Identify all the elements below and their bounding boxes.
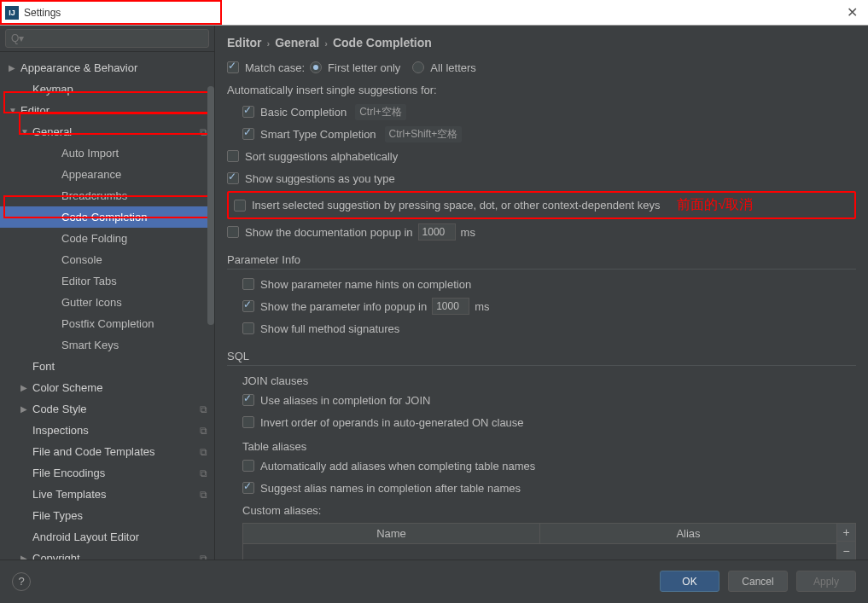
tree-item-general[interactable]: ▼General⧉ bbox=[0, 121, 214, 142]
add-row-button[interactable]: + bbox=[837, 523, 856, 542]
insert-keys-row: Insert selected suggestion by pressing s… bbox=[227, 191, 856, 219]
tree-item-appearance-behavior[interactable]: ▶Appearance & Behavior bbox=[0, 57, 214, 78]
tree-item-console[interactable]: Console bbox=[0, 249, 214, 270]
tree-item-file-encodings[interactable]: File Encodings⧉ bbox=[0, 462, 214, 484]
param-hints-checkbox[interactable] bbox=[242, 278, 254, 290]
smart-completion-checkbox[interactable] bbox=[242, 128, 254, 140]
auto-add-alias-checkbox[interactable] bbox=[242, 460, 254, 472]
tree-item-code-folding[interactable]: Code Folding bbox=[0, 228, 214, 249]
tree-item-gutter-icons[interactable]: Gutter Icons bbox=[0, 292, 214, 313]
param-popup-input[interactable] bbox=[432, 298, 469, 315]
tree-item-android-layout-editor[interactable]: Android Layout Editor bbox=[0, 526, 214, 548]
param-popup-checkbox[interactable] bbox=[242, 300, 254, 312]
tree-item-label: Appearance & Behavior bbox=[20, 61, 207, 74]
tree-item-label: Code Style bbox=[32, 403, 196, 415]
arrow-icon: ▶ bbox=[20, 404, 32, 414]
tree-item-file-types[interactable]: File Types bbox=[0, 505, 214, 526]
insert-keys-checkbox[interactable] bbox=[234, 200, 246, 212]
show-as-type-checkbox[interactable] bbox=[227, 172, 239, 184]
tree-item-editor[interactable]: ▼Editor bbox=[0, 100, 214, 121]
first-letter-radio[interactable] bbox=[310, 61, 322, 73]
main-area: ▶Appearance & BehaviorKeymap▼Editor▼Gene… bbox=[0, 26, 868, 560]
tree-item-label: Editor Tabs bbox=[61, 275, 207, 287]
tree-item-code-completion[interactable]: Code Completion bbox=[0, 206, 214, 228]
search-input[interactable] bbox=[5, 29, 209, 48]
tree-item-inspections[interactable]: Inspections⧉ bbox=[0, 420, 214, 441]
tree-item-label: Inspections bbox=[32, 424, 196, 437]
tree-item-label: Auto Import bbox=[61, 147, 207, 159]
tree-item-label: Color Scheme bbox=[32, 381, 207, 394]
tree-item-postfix-completion[interactable]: Postfix Completion bbox=[0, 313, 214, 334]
tree-item-editor-tabs[interactable]: Editor Tabs bbox=[0, 270, 214, 292]
app-icon: IJ bbox=[5, 6, 19, 20]
tree-item-label: Appearance bbox=[61, 168, 207, 181]
scope-icon: ⧉ bbox=[200, 446, 207, 458]
scope-icon: ⧉ bbox=[200, 403, 207, 415]
col-name: Name bbox=[243, 524, 540, 543]
suggest-alias-checkbox[interactable] bbox=[242, 482, 254, 494]
arrow-icon: ▼ bbox=[20, 127, 32, 136]
match-case-checkbox[interactable] bbox=[227, 61, 239, 73]
tree-item-label: File and Code Templates bbox=[32, 445, 196, 458]
auto-insert-header: Automatically insert single suggestions … bbox=[227, 80, 856, 99]
annotation-text: 前面的√取消 bbox=[677, 196, 753, 214]
custom-aliases-label: Custom aliases: bbox=[227, 501, 856, 519]
settings-sidebar: ▶Appearance & BehaviorKeymap▼Editor▼Gene… bbox=[0, 26, 215, 560]
scope-icon: ⧉ bbox=[200, 467, 207, 479]
tree-item-code-style[interactable]: ▶Code Style⧉ bbox=[0, 398, 214, 420]
arrow-icon: ▼ bbox=[9, 106, 20, 115]
join-alias-checkbox[interactable] bbox=[242, 394, 254, 406]
tree-item-label: Editor bbox=[20, 104, 207, 117]
dialog-footer: ? OK Cancel Apply bbox=[0, 560, 868, 602]
tree-item-keymap[interactable]: Keymap bbox=[0, 78, 214, 100]
scrollbar[interactable] bbox=[207, 86, 214, 325]
doc-popup-input[interactable] bbox=[418, 223, 456, 241]
tree-item-label: Code Folding bbox=[61, 232, 207, 245]
settings-tree[interactable]: ▶Appearance & BehaviorKeymap▼Editor▼Gene… bbox=[0, 52, 214, 560]
tree-item-label: General bbox=[32, 125, 196, 138]
full-sig-checkbox[interactable] bbox=[242, 322, 254, 334]
col-alias: Alias bbox=[540, 524, 836, 543]
tree-item-copyright[interactable]: ▶Copyright⧉ bbox=[0, 548, 214, 560]
ok-button[interactable]: OK bbox=[660, 571, 719, 592]
tree-item-breadcrumbs[interactable]: Breadcrumbs bbox=[0, 185, 214, 206]
arrow-icon: ▶ bbox=[9, 63, 20, 72]
tree-item-label: Code Completion bbox=[61, 211, 207, 223]
match-case-row: Match case: First letter only All letter… bbox=[227, 58, 856, 77]
tree-item-label: Postfix Completion bbox=[61, 317, 207, 330]
cancel-button[interactable]: Cancel bbox=[728, 571, 788, 592]
join-invert-checkbox[interactable] bbox=[242, 416, 254, 428]
tree-item-label: File Encodings bbox=[32, 467, 196, 479]
alias-table[interactable]: Name Alias No custom aliases bbox=[242, 523, 837, 560]
window-title: Settings bbox=[24, 7, 61, 19]
tree-item-label: Live Templates bbox=[32, 488, 196, 501]
scope-icon: ⧉ bbox=[200, 489, 207, 501]
arrow-icon: ▶ bbox=[20, 554, 32, 560]
parameter-info-header: Parameter Info bbox=[227, 253, 856, 270]
title-bar: IJ Settings ✕ bbox=[0, 0, 868, 26]
table-empty: No custom aliases bbox=[243, 544, 836, 560]
tree-item-font[interactable]: Font bbox=[0, 356, 214, 377]
close-icon[interactable]: ✕ bbox=[842, 4, 863, 20]
remove-row-button[interactable]: − bbox=[837, 542, 856, 560]
tree-item-file-and-code-templates[interactable]: File and Code Templates⧉ bbox=[0, 441, 214, 462]
apply-button[interactable]: Apply bbox=[796, 571, 856, 592]
tree-item-label: Android Layout Editor bbox=[32, 531, 207, 543]
scope-icon: ⧉ bbox=[200, 553, 207, 560]
doc-popup-checkbox[interactable] bbox=[227, 226, 239, 238]
tree-item-label: Console bbox=[61, 253, 207, 266]
tree-item-label: Keymap bbox=[32, 83, 207, 96]
settings-content: Editor›General›Code Completion Match cas… bbox=[215, 26, 868, 560]
help-button[interactable]: ? bbox=[12, 572, 31, 591]
scope-icon: ⧉ bbox=[200, 425, 207, 437]
sort-alpha-checkbox[interactable] bbox=[227, 150, 239, 162]
tree-item-color-scheme[interactable]: ▶Color Scheme bbox=[0, 377, 214, 398]
tree-item-live-templates[interactable]: Live Templates⧉ bbox=[0, 484, 214, 505]
tree-item-smart-keys[interactable]: Smart Keys bbox=[0, 334, 214, 356]
tree-item-label: File Types bbox=[32, 509, 207, 522]
basic-completion-checkbox[interactable] bbox=[242, 106, 254, 118]
breadcrumb: Editor›General›Code Completion bbox=[227, 36, 856, 49]
tree-item-appearance[interactable]: Appearance bbox=[0, 164, 214, 185]
tree-item-auto-import[interactable]: Auto Import bbox=[0, 142, 214, 164]
all-letters-radio[interactable] bbox=[412, 61, 424, 73]
